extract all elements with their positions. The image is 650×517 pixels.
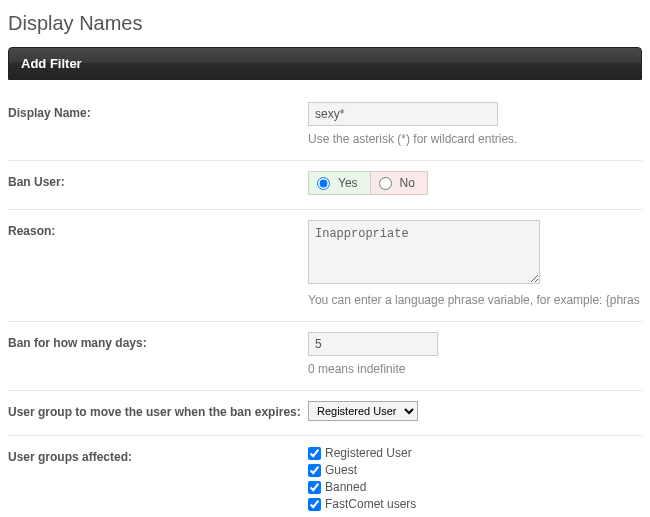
ban-days-hint: 0 means indefinite [308,362,642,376]
row-ban-user: Ban User: Yes No [8,161,642,210]
ban-user-radio-group: Yes No [308,171,428,195]
reason-label: Reason: [8,220,308,238]
reason-hint: You can enter a language phrase variable… [308,293,642,307]
ban-user-no-label: No [400,176,415,190]
row-display-name: Display Name: Use the asterisk (*) for w… [8,92,642,161]
affected-group-checkbox[interactable] [308,464,321,477]
add-filter-form: Display Name: Use the asterisk (*) for w… [8,80,642,517]
affected-group-text: Guest [325,463,357,477]
affected-groups-label: User groups affected: [8,446,308,464]
ban-user-yes-label: Yes [338,176,358,190]
ban-user-yes-radio[interactable] [317,177,330,190]
panel-header: Add Filter [8,47,642,80]
move-group-label: User group to move the user when the ban… [8,401,308,419]
ban-days-input[interactable] [308,332,438,356]
row-ban-days: Ban for how many days: 0 means indefinit… [8,322,642,391]
affected-group-checkbox[interactable] [308,481,321,494]
ban-days-label: Ban for how many days: [8,332,308,350]
row-move-group: User group to move the user when the ban… [8,391,642,436]
display-name-input[interactable] [308,102,498,126]
affected-group-item[interactable]: FastComet users [308,497,642,511]
ban-user-label: Ban User: [8,171,308,189]
row-reason: Reason: Inappropriate You can enter a la… [8,210,642,322]
move-group-select[interactable]: Registered User [308,401,418,421]
reason-input[interactable]: Inappropriate [308,220,540,284]
affected-group-text: FastComet users [325,497,416,511]
affected-group-checkbox[interactable] [308,447,321,460]
ban-user-no[interactable]: No [370,171,428,195]
affected-groups-list: Registered User Guest Banned FastComet u… [308,446,642,514]
affected-group-checkbox[interactable] [308,498,321,511]
page-title: Display Names [8,12,642,35]
display-name-hint: Use the asterisk (*) for wildcard entrie… [308,132,642,146]
affected-group-item[interactable]: Registered User [308,446,642,460]
affected-group-item[interactable]: Banned [308,480,642,494]
ban-user-no-radio[interactable] [379,177,392,190]
affected-group-text: Registered User [325,446,412,460]
ban-user-yes[interactable]: Yes [308,171,370,195]
row-affected-groups: User groups affected: Registered User Gu… [8,436,642,517]
affected-group-item[interactable]: Guest [308,463,642,477]
display-name-label: Display Name: [8,102,308,120]
affected-group-text: Banned [325,480,366,494]
